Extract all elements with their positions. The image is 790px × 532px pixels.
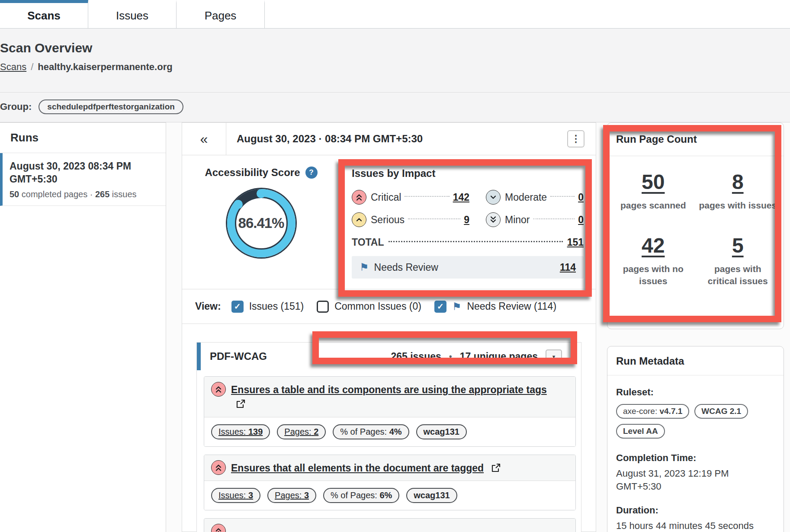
overflow-menu-button[interactable]: ⋮ [567,130,584,147]
completion-time-label: Completion Time: [616,452,775,464]
duration-label: Duration: [616,505,775,516]
header-divider [0,92,790,93]
stat-pages-critical-issues: 5 pages with critical issues [699,235,777,287]
breadcrumb-current: healthy.kaiserpermanente.org [38,61,172,73]
stat-value-link[interactable]: 42 [642,235,665,256]
run-item-meta: 50 completed pages · 265 issues [10,189,158,199]
external-link-icon[interactable] [235,399,246,413]
checkbox-unchecked[interactable] [317,301,329,313]
collapse-panel-button[interactable]: « [182,123,226,155]
pdf-wcag-title: PDF-WCAG [210,350,267,362]
stat-pages-with-issues: 8 pages with issues [699,172,777,211]
run-metadata-title: Run Metadata [616,355,775,367]
separator-dot: • [449,352,452,362]
impact-row-moderate: Moderate 0 [486,190,584,205]
run-detail-title: August 30, 2023 · 08:34 PM GMT+5:30 [237,123,567,155]
view-filter-row: View: ✓ Issues (151) Common Issues (0) ✓… [182,289,596,324]
tab-scans[interactable]: Scans [0,0,88,29]
tab-issues[interactable]: Issues [88,0,177,29]
run-item-title: August 30, 2023 08:34 PM GMT+5:30 [10,160,158,186]
tab-pages[interactable]: Pages [177,0,265,29]
stat-value-link[interactable]: 8 [732,172,744,192]
rule-badges: Issues: 139 Pages: 2 % of Pages: 4% wcag… [204,417,575,446]
flag-icon: ⚑ [360,262,369,272]
issues-count-link[interactable]: 265 issues [391,351,441,362]
impact-count-link[interactable]: 0 [578,214,584,226]
view-option-needs-review[interactable]: ✓ ⚑ Needs Review (114) [434,301,556,313]
unique-pages-link[interactable]: 17 unique pages [460,351,538,362]
impact-label: Moderate [505,192,547,203]
stat-pages-no-issues: 42 pages with no issues [614,235,692,287]
needs-review-count-link[interactable]: 114 [560,262,576,273]
ruleset-pill-wcag: WCAG 2.1 [694,404,748,419]
critical-icon [211,460,226,475]
rule-card: Ensures that all elements in the documen… [204,455,576,510]
critical-icon [211,524,226,532]
issues-by-impact-section: Issues by Impact Critical 142 [340,155,596,289]
help-icon[interactable]: ? [305,167,318,179]
impact-count-link[interactable]: 0 [578,192,584,203]
rule-title-link[interactable]: Ensures that all elements in the documen… [231,462,484,474]
badge-issues: Issues: 3 [211,488,260,503]
badge-wcag-tag: wcag131 [416,424,467,439]
view-option-common-issues[interactable]: Common Issues (0) [317,301,421,313]
rule-card: Ensures a table and its components are u… [204,376,576,447]
check-icon: ✓ [437,301,444,311]
impact-row-minor: Minor 0 [486,212,584,227]
ruleset-pill-level: Level AA [616,424,665,439]
flag-icon: ⚑ [452,301,462,312]
accessibility-score-section: Accessibility Score ? 86.41% [182,155,340,289]
page-title: Scan Overview [0,41,92,55]
check-icon: ✓ [234,301,241,311]
tab-bar: Scans Issues Pages [0,0,790,29]
stat-value-link[interactable]: 5 [732,235,744,256]
score-value: 86.41% [227,189,295,257]
completion-time-value: August 31, 2023 12:19 PM GMT+5:30 [616,467,775,493]
needs-review-row: ⚑ Needs Review 114 [352,256,584,279]
moderate-icon [486,190,501,205]
divider [607,375,784,375]
group-chip: schedulepdfperftestorganization [39,99,183,114]
group-row: Group: schedulepdfperftestorganization [0,99,183,114]
breadcrumb: Scans / healthy.kaiserpermanente.org [0,61,173,73]
score-and-impact-section: Accessibility Score ? 86.41% Issues by I… [182,155,596,289]
run-detail-header: « August 30, 2023 · 08:34 PM GMT+5:30 ⋮ [182,123,596,155]
rule-badges: Issues: 3 Pages: 3 % of Pages: 6% wcag13… [204,481,575,510]
rule-title-link[interactable]: Ensures a table and its components are u… [231,384,547,395]
expand-dropdown-button[interactable]: ▾ [546,349,562,363]
impact-label: Serious [371,214,405,226]
caret-down-icon: ▾ [552,353,556,360]
dotted-leader [533,218,575,219]
stat-pages-scanned: 50 pages scanned [620,172,686,211]
run-list-item[interactable]: August 30, 2023 08:34 PM GMT+5:30 50 com… [0,153,166,206]
breadcrumb-scans-link[interactable]: Scans [0,61,26,73]
rule-card-partial [204,518,576,532]
impact-row-serious: Serious 9 [352,212,469,227]
total-label: TOTAL [352,237,384,248]
dotted-leader [408,218,460,219]
runs-panel-title: Runs [0,123,166,153]
issues-by-impact-title: Issues by Impact [352,167,584,179]
checkbox-checked[interactable]: ✓ [434,301,446,313]
minor-icon [486,212,501,227]
pdf-wcag-card: PDF-WCAG 265 issues • 17 unique pages ▾ [196,342,581,532]
page-header: Scan Overview Scans / healthy.kaiserperm… [0,29,790,122]
dotted-leader [405,196,449,197]
badge-pct-of-pages: % of Pages: 6% [323,488,399,503]
pdf-wcag-links: 265 issues • 17 unique pages ▾ [391,349,562,363]
checkbox-checked[interactable]: ✓ [231,301,244,313]
impact-label: Minor [505,214,530,226]
critical-icon [352,190,366,205]
needs-review-label: Needs Review [374,262,438,273]
dotted-leader [389,241,563,242]
badge-pct-of-pages: % of Pages: 4% [333,424,409,439]
impact-count-link[interactable]: 9 [464,214,469,226]
impact-count-link[interactable]: 142 [453,192,469,203]
total-count-link[interactable]: 151 [567,237,584,248]
view-label: View: [195,301,221,312]
stat-value-link[interactable]: 50 [642,172,665,192]
view-option-issues[interactable]: ✓ Issues (151) [231,301,304,313]
badge-wcag-tag: wcag131 [406,488,457,503]
external-link-icon[interactable] [491,463,501,477]
rule-header: Ensures that all elements in the documen… [204,455,575,481]
